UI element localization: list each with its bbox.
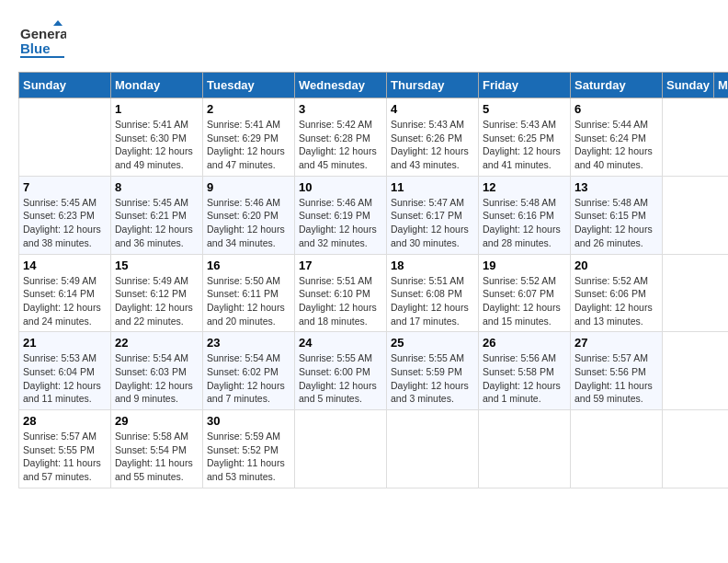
- header-day-monday: Monday: [713, 73, 728, 98]
- day-info: Sunrise: 5:52 AM Sunset: 6:07 PM Dayligh…: [483, 274, 566, 328]
- logo-icon: General Blue: [18, 18, 66, 63]
- day-info: Sunrise: 5:41 AM Sunset: 6:29 PM Dayligh…: [207, 118, 290, 172]
- calendar-cell: 16Sunrise: 5:50 AM Sunset: 6:11 PM Dayli…: [203, 254, 295, 332]
- day-info: Sunrise: 5:54 AM Sunset: 6:02 PM Dayligh…: [207, 351, 290, 406]
- calendar-cell: 23Sunrise: 5:54 AM Sunset: 6:02 PM Dayli…: [203, 332, 295, 410]
- calendar-week-row: 7Sunrise: 5:45 AM Sunset: 6:23 PM Daylig…: [19, 176, 729, 254]
- day-number: 4: [391, 102, 474, 116]
- day-number: 6: [574, 102, 658, 116]
- day-number: 18: [391, 259, 474, 272]
- day-number: 11: [391, 180, 474, 194]
- day-number: 22: [115, 336, 199, 350]
- day-info: Sunrise: 5:52 AM Sunset: 6:06 PM Dayligh…: [574, 274, 658, 328]
- calendar-cell: 3Sunrise: 5:42 AM Sunset: 6:28 PM Daylig…: [295, 98, 387, 177]
- day-number: 12: [483, 180, 566, 194]
- day-info: Sunrise: 5:57 AM Sunset: 5:55 PM Dayligh…: [23, 430, 107, 484]
- calendar-cell: 15Sunrise: 5:49 AM Sunset: 6:12 PM Dayli…: [111, 254, 203, 332]
- calendar-cell: 8Sunrise: 5:45 AM Sunset: 6:21 PM Daylig…: [111, 176, 203, 254]
- day-info: Sunrise: 5:48 AM Sunset: 6:16 PM Dayligh…: [483, 196, 566, 250]
- day-number: 23: [207, 336, 290, 350]
- day-info: Sunrise: 5:53 AM Sunset: 6:04 PM Dayligh…: [23, 351, 107, 406]
- calendar-cell: 27Sunrise: 5:57 AM Sunset: 5:56 PM Dayli…: [571, 332, 663, 410]
- svg-text:General: General: [20, 26, 66, 41]
- calendar-cell: 13Sunrise: 5:48 AM Sunset: 6:15 PM Dayli…: [571, 176, 663, 254]
- day-info: Sunrise: 5:46 AM Sunset: 6:19 PM Dayligh…: [299, 196, 382, 250]
- day-number: 20: [574, 259, 658, 272]
- calendar-table: SundayMondayTuesdayWednesdayThursdayFrid…: [18, 72, 728, 488]
- day-number: 7: [23, 180, 107, 194]
- calendar-cell: 26Sunrise: 5:56 AM Sunset: 5:58 PM Dayli…: [479, 332, 571, 410]
- calendar-cell: 1Sunrise: 5:41 AM Sunset: 6:30 PM Daylig…: [111, 98, 203, 177]
- calendar-cell: 17Sunrise: 5:51 AM Sunset: 6:10 PM Dayli…: [295, 254, 387, 332]
- header-day-sunday: Sunday: [663, 73, 714, 98]
- day-info: Sunrise: 5:49 AM Sunset: 6:14 PM Dayligh…: [23, 274, 107, 328]
- calendar-week-row: 21Sunrise: 5:53 AM Sunset: 6:04 PM Dayli…: [19, 332, 729, 410]
- calendar-cell: 10Sunrise: 5:46 AM Sunset: 6:19 PM Dayli…: [295, 176, 387, 254]
- day-number: 15: [115, 259, 199, 272]
- calendar-cell: 6Sunrise: 5:44 AM Sunset: 6:24 PM Daylig…: [571, 98, 663, 177]
- day-info: Sunrise: 5:50 AM Sunset: 6:11 PM Dayligh…: [207, 274, 290, 328]
- header-day-thursday: Thursday: [387, 73, 479, 98]
- day-info: Sunrise: 5:56 AM Sunset: 5:58 PM Dayligh…: [483, 351, 566, 406]
- day-number: 24: [299, 336, 382, 350]
- page-header: General Blue: [18, 18, 710, 63]
- calendar-cell: 29Sunrise: 5:58 AM Sunset: 5:54 PM Dayli…: [111, 410, 203, 488]
- calendar-cell: 2Sunrise: 5:41 AM Sunset: 6:29 PM Daylig…: [203, 98, 295, 177]
- day-info: Sunrise: 5:43 AM Sunset: 6:25 PM Dayligh…: [483, 118, 566, 172]
- calendar-cell: 28Sunrise: 5:57 AM Sunset: 5:55 PM Dayli…: [19, 410, 111, 488]
- day-info: Sunrise: 5:57 AM Sunset: 5:56 PM Dayligh…: [574, 351, 658, 406]
- calendar-cell: [571, 410, 663, 488]
- header-day-friday: Friday: [479, 73, 571, 98]
- svg-marker-2: [53, 20, 63, 26]
- calendar-cell: 20Sunrise: 5:52 AM Sunset: 6:06 PM Dayli…: [571, 254, 663, 332]
- calendar-cell: 4Sunrise: 5:43 AM Sunset: 6:26 PM Daylig…: [387, 98, 479, 177]
- day-number: 10: [299, 180, 382, 194]
- calendar-cell: 14Sunrise: 5:49 AM Sunset: 6:14 PM Dayli…: [19, 254, 111, 332]
- calendar-cell: 7Sunrise: 5:45 AM Sunset: 6:23 PM Daylig…: [19, 176, 111, 254]
- day-number: 9: [207, 180, 290, 194]
- calendar-week-row: 1Sunrise: 5:41 AM Sunset: 6:30 PM Daylig…: [19, 98, 729, 177]
- day-number: 8: [115, 180, 199, 194]
- calendar-cell: 11Sunrise: 5:47 AM Sunset: 6:17 PM Dayli…: [387, 176, 479, 254]
- day-info: Sunrise: 5:59 AM Sunset: 5:52 PM Dayligh…: [207, 430, 290, 484]
- calendar-cell: [295, 410, 387, 488]
- day-number: 17: [299, 259, 382, 272]
- header-day-saturday: Saturday: [571, 73, 663, 98]
- day-info: Sunrise: 5:58 AM Sunset: 5:54 PM Dayligh…: [115, 430, 199, 484]
- header-day-monday: Monday: [111, 73, 203, 98]
- day-info: Sunrise: 5:49 AM Sunset: 6:12 PM Dayligh…: [115, 274, 199, 328]
- calendar-header-row: SundayMondayTuesdayWednesdayThursdayFrid…: [19, 73, 729, 98]
- day-number: 1: [115, 102, 199, 116]
- day-info: Sunrise: 5:46 AM Sunset: 6:20 PM Dayligh…: [207, 196, 290, 250]
- calendar-cell: 25Sunrise: 5:55 AM Sunset: 5:59 PM Dayli…: [387, 332, 479, 410]
- day-number: 21: [23, 336, 107, 350]
- day-info: Sunrise: 5:47 AM Sunset: 6:17 PM Dayligh…: [391, 196, 474, 250]
- day-number: 19: [483, 259, 566, 272]
- svg-text:Blue: Blue: [20, 40, 51, 56]
- day-number: 25: [391, 336, 474, 350]
- calendar-cell: 22Sunrise: 5:54 AM Sunset: 6:03 PM Dayli…: [111, 332, 203, 410]
- day-number: 5: [483, 102, 566, 116]
- day-info: Sunrise: 5:55 AM Sunset: 6:00 PM Dayligh…: [299, 351, 382, 406]
- day-number: 16: [207, 259, 290, 272]
- calendar-cell: [387, 410, 479, 488]
- day-info: Sunrise: 5:51 AM Sunset: 6:10 PM Dayligh…: [299, 274, 382, 328]
- day-number: 29: [115, 414, 199, 428]
- day-number: 26: [483, 336, 566, 350]
- day-number: 2: [207, 102, 290, 116]
- day-info: Sunrise: 5:54 AM Sunset: 6:03 PM Dayligh…: [115, 351, 199, 406]
- calendar-cell: 24Sunrise: 5:55 AM Sunset: 6:00 PM Dayli…: [295, 332, 387, 410]
- calendar-cell: 18Sunrise: 5:51 AM Sunset: 6:08 PM Dayli…: [387, 254, 479, 332]
- day-number: 3: [299, 102, 382, 116]
- day-number: 30: [207, 414, 290, 428]
- day-info: Sunrise: 5:44 AM Sunset: 6:24 PM Dayligh…: [574, 118, 658, 172]
- day-number: 27: [574, 336, 658, 350]
- day-number: 14: [23, 259, 107, 272]
- day-info: Sunrise: 5:41 AM Sunset: 6:30 PM Dayligh…: [115, 118, 199, 172]
- calendar-cell: [479, 410, 571, 488]
- calendar-week-row: 28Sunrise: 5:57 AM Sunset: 5:55 PM Dayli…: [19, 410, 729, 488]
- calendar-week-row: 14Sunrise: 5:49 AM Sunset: 6:14 PM Dayli…: [19, 254, 729, 332]
- header-day-tuesday: Tuesday: [203, 73, 295, 98]
- calendar-cell: 9Sunrise: 5:46 AM Sunset: 6:20 PM Daylig…: [203, 176, 295, 254]
- day-info: Sunrise: 5:45 AM Sunset: 6:23 PM Dayligh…: [23, 196, 107, 250]
